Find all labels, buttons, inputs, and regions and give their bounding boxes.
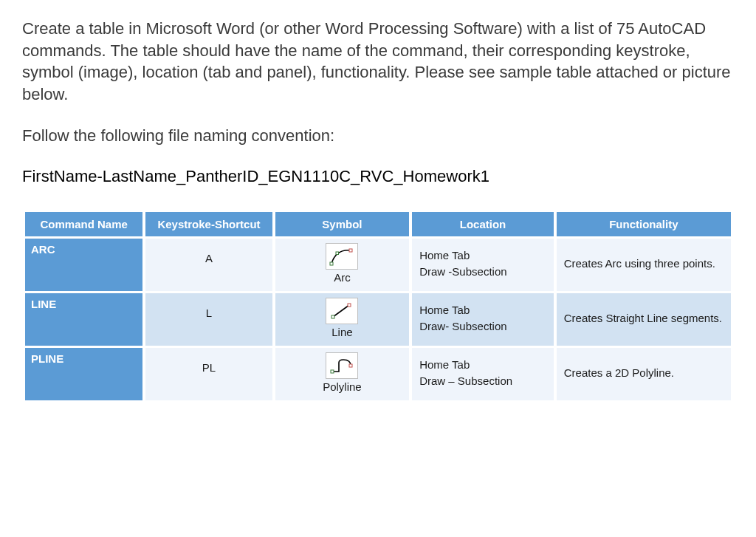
location-line1: Home Tab xyxy=(419,304,470,316)
instructions-text: Create a table in Microsoft Word (or oth… xyxy=(22,18,734,106)
cell-symbol: Line xyxy=(275,293,409,346)
svg-rect-2 xyxy=(336,252,339,255)
cell-functionality: Creates Straight Line segments. xyxy=(557,293,731,346)
arc-icon xyxy=(326,243,358,270)
svg-rect-5 xyxy=(348,304,351,307)
svg-rect-7 xyxy=(349,364,352,367)
header-keystroke: Keystroke-Shortcut xyxy=(145,212,272,236)
svg-rect-1 xyxy=(349,249,352,252)
cell-symbol: Arc xyxy=(275,239,409,291)
icon-label: Polyline xyxy=(323,380,362,393)
cell-keystroke: L xyxy=(145,293,272,346)
cell-location: Home Tab Draw- Subsection xyxy=(412,293,554,346)
cell-command-name: LINE xyxy=(25,293,142,346)
filename-pattern: FirstName-LastName_PantherID_EGN1110C_RV… xyxy=(22,165,734,188)
cell-functionality: Creates a 2D Polyline. xyxy=(557,348,731,400)
icon-label: Arc xyxy=(326,271,358,284)
cell-functionality: Creates Arc using three points. xyxy=(557,239,731,291)
cell-command-name: ARC xyxy=(25,239,142,291)
naming-convention-heading: Follow the following file naming convent… xyxy=(22,125,734,147)
header-functionality: Functionality xyxy=(557,212,731,236)
location-line2: Draw- Subsection xyxy=(419,320,506,332)
line-icon xyxy=(326,298,358,324)
location-line1: Home Tab xyxy=(419,249,470,261)
svg-rect-6 xyxy=(331,370,334,373)
icon-label: Line xyxy=(326,326,358,338)
header-location: Location xyxy=(412,212,554,236)
cell-keystroke: A xyxy=(145,239,272,291)
cell-symbol: Polyline xyxy=(275,348,409,400)
svg-rect-4 xyxy=(331,315,334,318)
polyline-icon xyxy=(326,352,358,379)
location-line1: Home Tab xyxy=(419,358,470,371)
commands-table: Command Name Keystroke-Shortcut Symbol L… xyxy=(22,210,734,403)
header-command-name: Command Name xyxy=(25,212,142,236)
cell-location: Home Tab Draw – Subsection xyxy=(412,348,554,400)
cell-keystroke: PL xyxy=(145,348,272,400)
svg-rect-0 xyxy=(330,262,333,265)
table-row: PLINE PL Polyline Home Tab Draw – Su xyxy=(25,348,731,400)
table-row: ARC A Arc Home Tab Dr xyxy=(25,239,731,291)
svg-line-3 xyxy=(333,305,349,317)
cell-command-name: PLINE xyxy=(25,348,142,400)
cell-location: Home Tab Draw -Subsection xyxy=(412,239,554,291)
table-row: LINE L Line Home Tab Draw- Subsectio xyxy=(25,293,731,346)
location-line2: Draw -Subsection xyxy=(419,265,506,278)
location-line2: Draw – Subsection xyxy=(419,374,512,387)
header-symbol: Symbol xyxy=(275,212,409,236)
